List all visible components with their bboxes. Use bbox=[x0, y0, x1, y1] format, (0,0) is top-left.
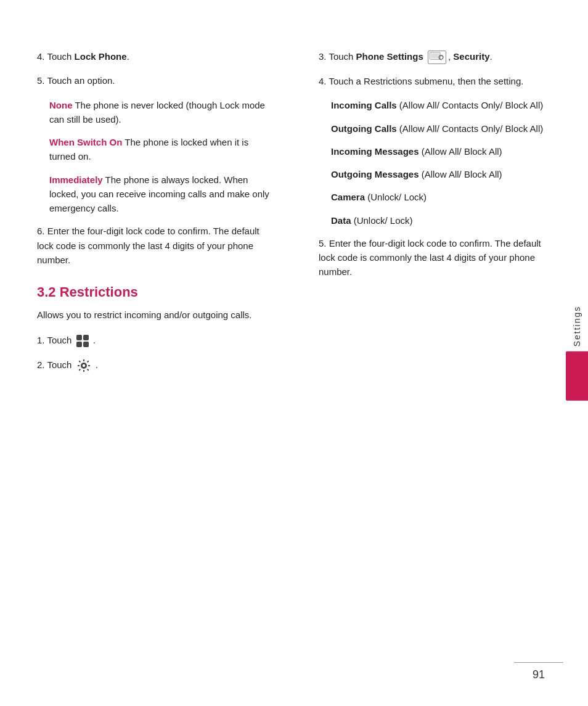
restrictions-step-2-text: 2. Touch . bbox=[37, 359, 98, 370]
incoming-calls-desc: (Allow All/ Contacts Only/ Block All) bbox=[397, 100, 544, 110]
incoming-calls-label: Incoming Calls bbox=[331, 100, 397, 110]
step-5: 5. Touch an option. bbox=[37, 73, 269, 88]
grid-dot bbox=[83, 342, 89, 347]
outgoing-calls-item: Outgoing Calls (Allow All/ Contacts Only… bbox=[331, 121, 551, 136]
sidebar-tab: Settings bbox=[566, 305, 588, 401]
left-column: 4. Touch Lock Phone. 5. Touch an option.… bbox=[37, 49, 282, 383]
incoming-messages-item: Incoming Messages (Allow All/ Block All) bbox=[331, 144, 551, 158]
camera-desc: (Unlock/ Lock) bbox=[365, 192, 427, 202]
svg-rect-3 bbox=[431, 53, 439, 58]
when-switch-on-term: When Switch On bbox=[49, 137, 122, 147]
security-bold: Security bbox=[453, 51, 489, 62]
none-term: None bbox=[49, 100, 73, 110]
outgoing-messages-item: Outgoing Messages (Allow All/ Block All) bbox=[331, 167, 551, 181]
restrictions-description: Allows you to restrict incoming and/or o… bbox=[37, 308, 269, 322]
step-5-text: 5. Touch an option. bbox=[37, 75, 115, 86]
right-step-3: 3. Touch Phone Settings , Security. bbox=[319, 49, 551, 64]
data-item: Data (Unlock/ Lock) bbox=[331, 213, 551, 228]
grid-dot bbox=[76, 342, 82, 347]
step-6-text: 6. Enter the four-digit lock code to con… bbox=[37, 226, 259, 265]
data-desc: (Unlock/ Lock) bbox=[351, 215, 413, 226]
incoming-messages-desc: (Allow All/ Block All) bbox=[419, 146, 502, 157]
immediately-term: Immediately bbox=[49, 174, 103, 185]
none-option: None The phone is never locked (though L… bbox=[49, 98, 269, 127]
incoming-messages-label: Incoming Messages bbox=[331, 146, 419, 157]
right-step-4-text: 4. Touch a Restrictions submenu, then th… bbox=[319, 76, 523, 86]
section-heading-restrictions: 3.2 Restrictions bbox=[37, 284, 269, 300]
step-4: 4. Touch Lock Phone. bbox=[37, 49, 269, 64]
outgoing-calls-label: Outgoing Calls bbox=[331, 123, 397, 134]
outgoing-messages-label: Outgoing Messages bbox=[331, 169, 419, 179]
grid-dot bbox=[76, 335, 82, 340]
none-description: The phone is never locked (though Lock m… bbox=[49, 100, 265, 125]
right-step-4: 4. Touch a Restrictions submenu, then th… bbox=[319, 74, 551, 88]
step-4-text: 4. Touch Lock Phone. bbox=[37, 51, 129, 62]
camera-item: Camera (Unlock/ Lock) bbox=[331, 190, 551, 204]
right-step-5-text: 5. Enter the four-digit lock code to con… bbox=[319, 238, 541, 277]
data-label: Data bbox=[331, 215, 351, 226]
phone-settings-bold: Phone Settings bbox=[356, 51, 423, 62]
restrictions-step-1: 1. Touch . bbox=[37, 333, 269, 347]
outgoing-calls-desc: (Allow All/ Contacts Only/ Block All) bbox=[397, 123, 544, 134]
sidebar-settings-label: Settings bbox=[572, 305, 582, 347]
right-step-3-text: 3. Touch Phone Settings , Security. bbox=[319, 51, 492, 62]
incoming-calls-item: Incoming Calls (Allow All/ Contacts Only… bbox=[331, 98, 551, 112]
step-6: 6. Enter the four-digit lock code to con… bbox=[37, 224, 269, 267]
camera-label: Camera bbox=[331, 192, 365, 202]
restrictions-step-2: 2. Touch . bbox=[37, 358, 269, 373]
grid-icon bbox=[76, 335, 89, 347]
when-switch-on-option: When Switch On The phone is locked when … bbox=[49, 135, 269, 164]
page-number: 91 bbox=[533, 668, 545, 681]
page-divider bbox=[514, 662, 563, 663]
svg-point-1 bbox=[82, 364, 86, 367]
grid-dot bbox=[83, 335, 89, 340]
immediately-option: Immediately The phone is always locked. … bbox=[49, 173, 269, 216]
restrictions-step-1-text: 1. Touch . bbox=[37, 335, 96, 345]
outgoing-messages-desc: (Allow All/ Block All) bbox=[419, 169, 502, 179]
right-step-5: 5. Enter the four-digit lock code to con… bbox=[319, 236, 551, 279]
right-column: 3. Touch Phone Settings , Security. 4. T… bbox=[306, 49, 551, 383]
gear-icon bbox=[76, 358, 91, 373]
phone-settings-icon bbox=[428, 51, 446, 64]
sidebar-pink-bar bbox=[566, 351, 588, 401]
